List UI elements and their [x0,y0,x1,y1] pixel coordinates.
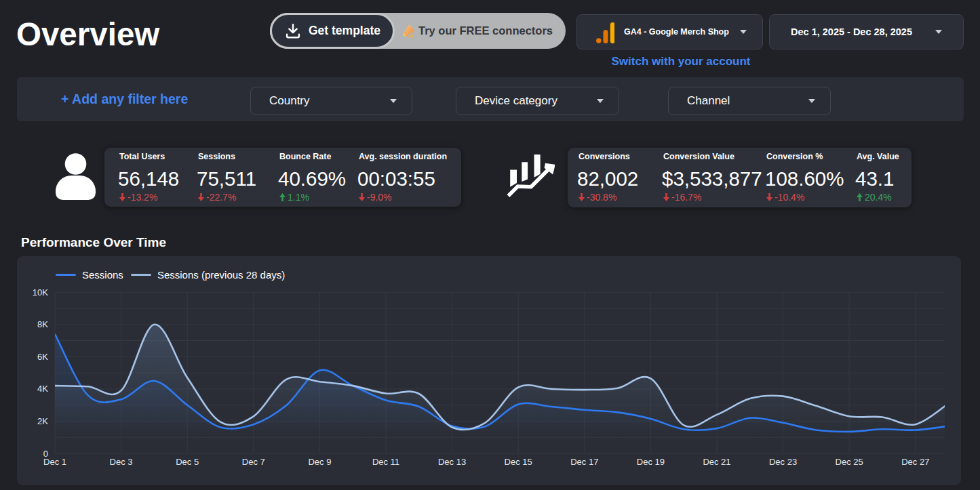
svg-text:Dec 5: Dec 5 [176,457,199,467]
svg-text:Dec 25: Dec 25 [836,457,863,467]
svg-text:Dec 9: Dec 9 [308,457,331,467]
svg-text:Dec 3: Dec 3 [110,457,133,467]
svg-text:Dec 1: Dec 1 [43,457,66,467]
svg-text:Dec 19: Dec 19 [637,457,665,467]
svg-text:Dec 27: Dec 27 [901,457,929,467]
svg-text:Dec 11: Dec 11 [372,457,399,467]
svg-text:Dec 17: Dec 17 [570,457,598,467]
svg-text:2K: 2K [37,416,48,426]
svg-text:4K: 4K [37,384,48,394]
svg-text:10K: 10K [33,287,48,298]
svg-text:6K: 6K [37,352,48,362]
svg-text:Dec 23: Dec 23 [769,457,797,467]
svg-text:8K: 8K [37,319,48,329]
svg-text:Dec 15: Dec 15 [505,457,532,467]
svg-text:Dec 13: Dec 13 [438,457,466,467]
svg-text:Dec 21: Dec 21 [703,457,730,467]
svg-text:Dec 7: Dec 7 [242,457,265,467]
